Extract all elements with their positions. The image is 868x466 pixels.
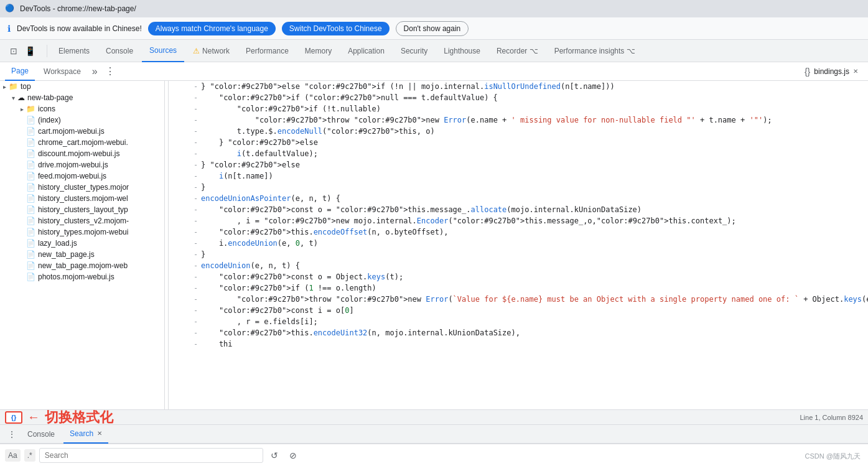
- line-dash: -: [194, 226, 201, 238]
- tree-item-label: (index): [38, 116, 61, 124]
- tree-item-label: new_tab_page.mojom-web: [38, 261, 128, 270]
- tab-workspace[interactable]: Workspace: [37, 62, 87, 81]
- match-language-button[interactable]: Always match Chrome's language: [148, 22, 276, 35]
- annotation-text: 切换格式化: [45, 408, 113, 427]
- line-dash: -: [194, 159, 201, 170]
- nav-security[interactable]: Security: [393, 40, 435, 62]
- tab-page[interactable]: Page: [5, 62, 35, 81]
- tree-file-icon: 📄: [26, 127, 35, 136]
- tree-item-label: feed.mojom-webui.js: [38, 172, 106, 180]
- tree-item[interactable]: 📄cart.mojom-webui.js: [0, 126, 164, 137]
- nav-recorder[interactable]: Recorder ⌥: [489, 40, 546, 62]
- tree-item[interactable]: 📄history_clusters_v2.mojom-: [0, 215, 164, 226]
- search-regex-toggle[interactable]: .*: [24, 449, 35, 462]
- more-tabs-button[interactable]: »: [90, 63, 100, 80]
- tree-item[interactable]: 📄new_tab_page.js: [0, 249, 164, 260]
- line-dash: -: [194, 81, 201, 92]
- tree-file-icon: 📄: [26, 194, 35, 203]
- close-file-tab-button[interactable]: ✕: [853, 68, 858, 75]
- tree-item[interactable]: ▸📁top: [0, 81, 164, 92]
- main-toolbar: ⊡ 📱 Elements Console Sources ⚠Network Pe…: [0, 40, 868, 62]
- device-icon[interactable]: 📱: [22, 44, 38, 58]
- tree-file-icon: 📄: [26, 261, 35, 270]
- status-bar: {} ← 切换格式化 Line 1, Column 8924: [0, 409, 868, 424]
- tree-item[interactable]: 📄photos.mojom-webui.js: [0, 271, 164, 282]
- nav-application[interactable]: Application: [340, 40, 392, 62]
- arrow-annotation: ←: [27, 410, 40, 424]
- line-dash: -: [194, 137, 201, 148]
- tab-search[interactable]: Search ✕: [63, 425, 108, 444]
- tree-item[interactable]: 📄drive.mojom-webui.js: [0, 159, 164, 170]
- file-tab-container: {} bindings.js ✕: [800, 67, 863, 77]
- code-line: - "color:#9c27b0">this.encodeOffset(n, o…: [169, 226, 868, 238]
- tree-item[interactable]: ▸📁icons: [0, 103, 164, 114]
- line-dash: -: [194, 327, 201, 338]
- code-area[interactable]: -} "color:#9c27b0">else "color:#9c27b0">…: [169, 81, 868, 409]
- code-content: i(t.defaultValue);: [201, 148, 868, 159]
- tree-item[interactable]: 📄history_clusters_layout_typ: [0, 204, 164, 215]
- line-dash: -: [194, 260, 201, 271]
- code-line: -encodeUnionAsPointer(e, n, t) {: [169, 193, 868, 204]
- code-line: - "color:#9c27b0">const i = o[0]: [169, 305, 868, 316]
- tree-item-label: drive.mojom-webui.js: [38, 161, 108, 169]
- tree-item-label: history_clusters_layout_typ: [38, 205, 128, 214]
- tree-item-label: history_cluster_types.mojor: [38, 183, 129, 192]
- tree-item[interactable]: 📄history_cluster_types.mojor: [0, 182, 164, 193]
- bottom-panel: ⋮ Console Search ✕ Aa .* ↺ ⊘: [0, 424, 868, 466]
- search-case-toggle[interactable]: Aa: [5, 449, 21, 462]
- code-content: encodeUnion(e, n, t) {: [201, 260, 868, 271]
- tree-item[interactable]: 📄discount.mojom-webui.js: [0, 148, 164, 159]
- tree-item-label: history_clusters.mojom-wel: [38, 194, 128, 203]
- nav-performance[interactable]: Performance: [238, 40, 296, 62]
- code-line: - "color:#9c27b0">if (!t.nullable): [169, 103, 868, 114]
- tree-item-label: new-tab-page: [27, 93, 73, 102]
- tree-file-icon: 📄: [26, 172, 35, 180]
- tree-item-label: top: [21, 82, 31, 91]
- nav-console[interactable]: Console: [98, 40, 141, 62]
- tree-item[interactable]: 📄chrome_cart.mojom-webui.: [0, 137, 164, 148]
- line-dash: -: [194, 294, 201, 305]
- tab-console-bottom[interactable]: Console: [21, 425, 61, 444]
- code-content: i(n[t.name]): [201, 170, 868, 182]
- nav-network[interactable]: ⚠Network: [185, 40, 237, 62]
- code-line: - "color:#9c27b0">const o = Object.keys(…: [169, 271, 868, 282]
- tree-file-icon: 📁: [26, 105, 35, 113]
- file-tree: ▸📁top▾☁new-tab-page▸📁icons📄(index)📄cart.…: [0, 81, 165, 409]
- switch-chinese-button[interactable]: Switch DevTools to Chinese: [282, 22, 390, 35]
- tree-item-label: new_tab_page.js: [38, 250, 95, 259]
- close-search-tab[interactable]: ✕: [97, 430, 102, 437]
- tree-item[interactable]: 📄(index): [0, 114, 164, 126]
- tree-item[interactable]: 📄new_tab_page.mojom-web: [0, 260, 164, 271]
- title-bar: 🔵 DevTools - chrome://new-tab-page/: [0, 0, 868, 17]
- tree-item-label: photos.mojom-webui.js: [38, 273, 114, 281]
- code-content: }: [201, 249, 868, 260]
- options-button[interactable]: ⋮: [103, 63, 118, 80]
- code-content: encodeUnionAsPointer(e, n, t) {: [201, 193, 868, 204]
- tree-item[interactable]: 📄history_clusters.mojom-wel: [0, 193, 164, 204]
- code-line: -encodeUnion(e, n, t) {: [169, 260, 868, 271]
- search-refresh-button[interactable]: ↺: [267, 448, 282, 463]
- code-line: - t.type.$.encodeNull("color:#9c27b0">th…: [169, 126, 868, 137]
- nav-lighthouse[interactable]: Lighthouse: [436, 40, 488, 62]
- bottom-toolbar: ⋮ Console Search ✕: [0, 425, 868, 444]
- code-line: - , r = e.fields[i];: [169, 316, 868, 327]
- line-dash: -: [194, 103, 201, 114]
- search-input[interactable]: [39, 448, 263, 463]
- tree-item[interactable]: ▾☁new-tab-page: [0, 92, 164, 103]
- code-content: t.type.$.encodeNull("color:#9c27b0">this…: [201, 126, 868, 137]
- tree-item[interactable]: 📄history_types.mojom-webui: [0, 226, 164, 238]
- nav-performance-insights[interactable]: Performance insights ⌥: [547, 40, 643, 62]
- code-content: i.encodeUnion(e, 0, t): [201, 238, 868, 249]
- code-content: } "color:#9c27b0">else "color:#9c27b0">i…: [201, 81, 868, 92]
- inspect-icon[interactable]: ⊡: [7, 44, 20, 58]
- tree-item[interactable]: 📄lazy_load.js: [0, 238, 164, 249]
- tree-item[interactable]: 📄feed.mojom-webui.js: [0, 170, 164, 182]
- panel-toggle-icon[interactable]: ⋮: [5, 427, 19, 442]
- code-line: -}: [169, 249, 868, 260]
- search-clear-button[interactable]: ⊘: [286, 448, 301, 463]
- format-button[interactable]: {}: [5, 411, 22, 424]
- nav-sources[interactable]: Sources: [142, 40, 184, 62]
- dont-show-button[interactable]: Don't show again: [396, 21, 469, 36]
- nav-memory[interactable]: Memory: [297, 40, 339, 62]
- nav-elements[interactable]: Elements: [51, 40, 97, 62]
